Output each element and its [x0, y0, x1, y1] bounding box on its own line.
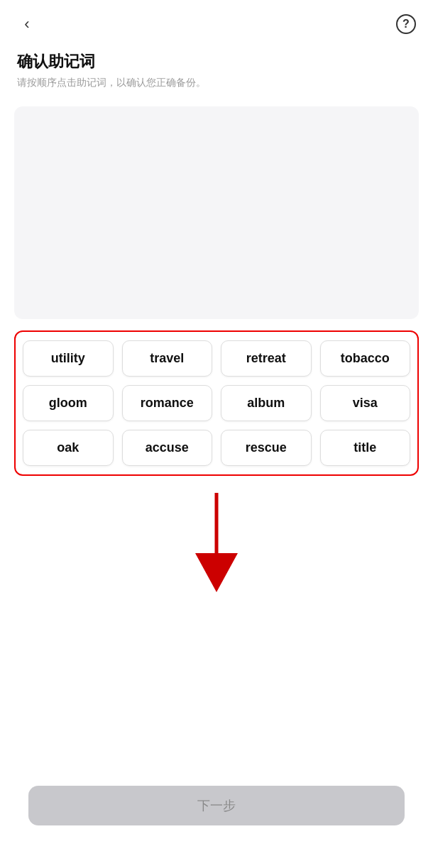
word-chip[interactable]: oak [23, 430, 114, 466]
down-arrow-icon [188, 493, 245, 592]
header: ‹ ? [0, 0, 433, 44]
next-button-label: 下一步 [197, 797, 236, 814]
word-chip[interactable]: gloom [23, 385, 114, 421]
word-chip[interactable]: utility [23, 340, 114, 377]
word-chip-container: utilitytravelretreattobaccogloomromancea… [14, 330, 419, 476]
help-icon: ? [396, 14, 416, 34]
next-button[interactable]: 下一步 [28, 786, 405, 825]
help-button[interactable]: ? [393, 11, 419, 37]
word-chip[interactable]: romance [122, 385, 213, 421]
word-chip[interactable]: album [221, 385, 312, 421]
word-chip[interactable]: rescue [221, 430, 312, 466]
bottom-area: 下一步 [0, 786, 433, 868]
page-title-section: 确认助记词 请按顺序点击助记词，以确认您正确备份。 [0, 44, 433, 95]
svg-marker-1 [195, 553, 238, 592]
page-subtitle: 请按顺序点击助记词，以确认您正确备份。 [17, 77, 416, 89]
word-chip[interactable]: title [320, 430, 411, 466]
arrow-section [0, 479, 433, 592]
word-chip[interactable]: travel [122, 340, 213, 377]
word-chip[interactable]: retreat [221, 340, 312, 377]
back-button[interactable]: ‹ [14, 11, 40, 37]
back-icon: ‹ [24, 15, 29, 33]
page-title: 确认助记词 [17, 51, 416, 72]
word-grid: utilitytravelretreattobaccogloomromancea… [23, 340, 410, 466]
word-display-area [14, 106, 419, 319]
word-chip[interactable]: accuse [122, 430, 213, 466]
word-chip[interactable]: visa [320, 385, 411, 421]
word-chip[interactable]: tobacco [320, 340, 411, 377]
